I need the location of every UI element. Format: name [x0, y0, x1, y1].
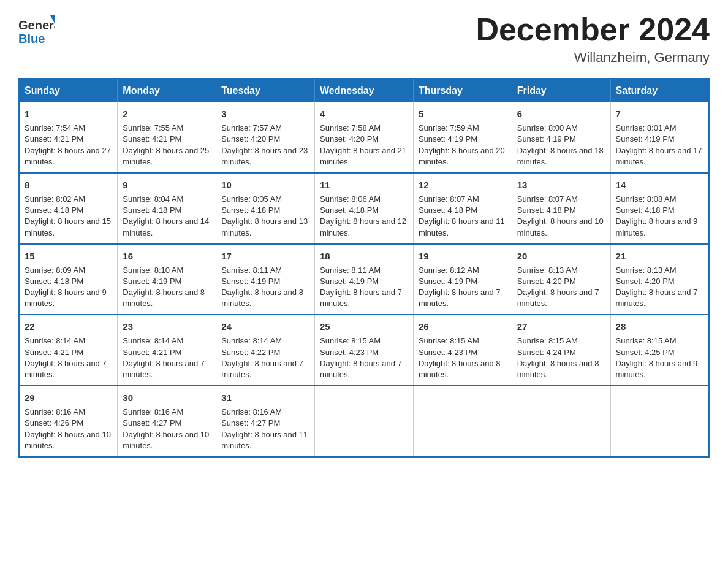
calendar-cell: 2Sunrise: 7:55 AMSunset: 4:21 PMDaylight… [118, 102, 216, 173]
calendar-cell: 18Sunrise: 8:11 AMSunset: 4:19 PMDayligh… [315, 244, 414, 315]
day-number: 14 [616, 178, 703, 191]
calendar-cell: 9Sunrise: 8:04 AMSunset: 4:18 PMDaylight… [118, 173, 216, 244]
week-row-5: 29Sunrise: 8:16 AMSunset: 4:26 PMDayligh… [19, 386, 709, 457]
day-number: 7 [616, 107, 703, 120]
logo: General Blue [18, 12, 55, 46]
calendar-cell: 25Sunrise: 8:15 AMSunset: 4:23 PMDayligh… [315, 315, 414, 386]
day-number: 26 [419, 320, 507, 333]
location: Willanzheim, Germany [476, 50, 710, 66]
weekday-header-monday: Monday [118, 79, 216, 102]
calendar-cell: 23Sunrise: 8:14 AMSunset: 4:21 PMDayligh… [118, 315, 216, 386]
cell-content: Sunrise: 8:14 AMSunset: 4:21 PMDaylight:… [123, 335, 211, 380]
day-number: 24 [221, 320, 309, 333]
cell-content: Sunrise: 8:06 AMSunset: 4:18 PMDaylight:… [320, 194, 408, 239]
calendar-cell: 28Sunrise: 8:15 AMSunset: 4:25 PMDayligh… [610, 315, 709, 386]
weekday-header-saturday: Saturday [610, 79, 709, 102]
week-row-4: 22Sunrise: 8:14 AMSunset: 4:21 PMDayligh… [19, 315, 709, 386]
calendar-cell: 27Sunrise: 8:15 AMSunset: 4:24 PMDayligh… [512, 315, 610, 386]
calendar-table: SundayMondayTuesdayWednesdayThursdayFrid… [18, 78, 710, 458]
cell-content: Sunrise: 8:01 AMSunset: 4:19 PMDaylight:… [616, 123, 703, 167]
calendar-cell: 11Sunrise: 8:06 AMSunset: 4:18 PMDayligh… [315, 173, 414, 244]
calendar-cell: 5Sunrise: 7:59 AMSunset: 4:19 PMDaylight… [413, 102, 512, 173]
day-number: 18 [320, 250, 408, 262]
day-number: 1 [25, 107, 112, 120]
calendar-cell: 1Sunrise: 7:54 AMSunset: 4:21 PMDaylight… [19, 102, 118, 173]
calendar-cell: 24Sunrise: 8:14 AMSunset: 4:22 PMDayligh… [216, 315, 315, 386]
day-number: 10 [221, 178, 309, 191]
calendar-cell: 13Sunrise: 8:07 AMSunset: 4:18 PMDayligh… [512, 173, 610, 244]
week-row-2: 8Sunrise: 8:02 AMSunset: 4:18 PMDaylight… [19, 173, 709, 244]
day-number: 16 [123, 250, 211, 262]
cell-content: Sunrise: 8:08 AMSunset: 4:18 PMDaylight:… [616, 194, 703, 239]
cell-content: Sunrise: 8:09 AMSunset: 4:18 PMDaylight:… [25, 265, 112, 310]
month-title: December 2024 [476, 12, 710, 47]
day-number: 13 [517, 178, 605, 191]
day-number: 2 [123, 107, 211, 120]
cell-content: Sunrise: 8:15 AMSunset: 4:24 PMDaylight:… [517, 335, 605, 380]
calendar-cell [413, 386, 512, 457]
calendar-cell: 3Sunrise: 7:57 AMSunset: 4:20 PMDaylight… [216, 102, 315, 173]
weekday-header-row: SundayMondayTuesdayWednesdayThursdayFrid… [19, 79, 709, 102]
calendar-cell: 29Sunrise: 8:16 AMSunset: 4:26 PMDayligh… [19, 386, 118, 457]
day-number: 28 [616, 320, 703, 333]
calendar-cell: 4Sunrise: 7:58 AMSunset: 4:20 PMDaylight… [315, 102, 414, 173]
day-number: 22 [25, 320, 112, 333]
weekday-header-wednesday: Wednesday [315, 79, 414, 102]
calendar-cell: 30Sunrise: 8:16 AMSunset: 4:27 PMDayligh… [118, 386, 216, 457]
svg-text:General: General [18, 18, 55, 32]
calendar-cell: 12Sunrise: 8:07 AMSunset: 4:18 PMDayligh… [413, 173, 512, 244]
day-number: 17 [221, 250, 309, 262]
cell-content: Sunrise: 8:02 AMSunset: 4:18 PMDaylight:… [25, 194, 112, 239]
cell-content: Sunrise: 8:11 AMSunset: 4:19 PMDaylight:… [320, 265, 408, 310]
cell-content: Sunrise: 8:11 AMSunset: 4:19 PMDaylight:… [221, 265, 309, 310]
cell-content: Sunrise: 8:04 AMSunset: 4:18 PMDaylight:… [123, 194, 211, 239]
title-section: December 2024 Willanzheim, Germany [476, 12, 710, 66]
day-number: 20 [517, 250, 605, 262]
week-row-3: 15Sunrise: 8:09 AMSunset: 4:18 PMDayligh… [19, 244, 709, 315]
cell-content: Sunrise: 8:07 AMSunset: 4:18 PMDaylight:… [517, 194, 605, 239]
cell-content: Sunrise: 8:13 AMSunset: 4:20 PMDaylight:… [616, 265, 703, 310]
cell-content: Sunrise: 7:54 AMSunset: 4:21 PMDaylight:… [25, 123, 112, 167]
cell-content: Sunrise: 7:59 AMSunset: 4:19 PMDaylight:… [419, 123, 507, 167]
day-number: 5 [419, 107, 507, 120]
calendar-cell [512, 386, 610, 457]
day-number: 25 [320, 320, 408, 333]
day-number: 21 [616, 250, 703, 262]
cell-content: Sunrise: 7:57 AMSunset: 4:20 PMDaylight:… [221, 123, 309, 167]
cell-content: Sunrise: 8:15 AMSunset: 4:23 PMDaylight:… [419, 335, 507, 380]
day-number: 15 [25, 250, 112, 262]
cell-content: Sunrise: 8:14 AMSunset: 4:22 PMDaylight:… [221, 335, 309, 380]
calendar-cell: 14Sunrise: 8:08 AMSunset: 4:18 PMDayligh… [610, 173, 709, 244]
cell-content: Sunrise: 8:15 AMSunset: 4:23 PMDaylight:… [320, 335, 408, 380]
calendar-cell: 10Sunrise: 8:05 AMSunset: 4:18 PMDayligh… [216, 173, 315, 244]
page-header: General Blue December 2024 Willanzheim, … [18, 12, 710, 66]
cell-content: Sunrise: 8:05 AMSunset: 4:18 PMDaylight:… [221, 194, 309, 239]
day-number: 6 [517, 107, 605, 120]
calendar-cell: 16Sunrise: 8:10 AMSunset: 4:19 PMDayligh… [118, 244, 216, 315]
day-number: 4 [320, 107, 408, 120]
day-number: 11 [320, 178, 408, 191]
weekday-header-sunday: Sunday [19, 79, 118, 102]
day-number: 27 [517, 320, 605, 333]
logo-icon: General Blue [18, 12, 55, 46]
calendar-cell: 20Sunrise: 8:13 AMSunset: 4:20 PMDayligh… [512, 244, 610, 315]
calendar-cell [315, 386, 414, 457]
cell-content: Sunrise: 8:16 AMSunset: 4:27 PMDaylight:… [123, 407, 211, 451]
day-number: 12 [419, 178, 507, 191]
day-number: 31 [221, 391, 309, 404]
cell-content: Sunrise: 8:12 AMSunset: 4:19 PMDaylight:… [419, 265, 507, 310]
cell-content: Sunrise: 8:00 AMSunset: 4:19 PMDaylight:… [517, 123, 605, 167]
cell-content: Sunrise: 8:14 AMSunset: 4:21 PMDaylight:… [25, 335, 112, 380]
calendar-cell: 7Sunrise: 8:01 AMSunset: 4:19 PMDaylight… [610, 102, 709, 173]
calendar-cell: 8Sunrise: 8:02 AMSunset: 4:18 PMDaylight… [19, 173, 118, 244]
cell-content: Sunrise: 8:10 AMSunset: 4:19 PMDaylight:… [123, 265, 211, 310]
cell-content: Sunrise: 8:07 AMSunset: 4:18 PMDaylight:… [419, 194, 507, 239]
cell-content: Sunrise: 8:15 AMSunset: 4:25 PMDaylight:… [616, 335, 703, 380]
day-number: 3 [221, 107, 309, 120]
day-number: 29 [25, 391, 112, 404]
day-number: 9 [123, 178, 211, 191]
svg-text:Blue: Blue [18, 32, 45, 45]
day-number: 30 [123, 391, 211, 404]
calendar-cell [610, 386, 709, 457]
calendar-cell: 6Sunrise: 8:00 AMSunset: 4:19 PMDaylight… [512, 102, 610, 173]
